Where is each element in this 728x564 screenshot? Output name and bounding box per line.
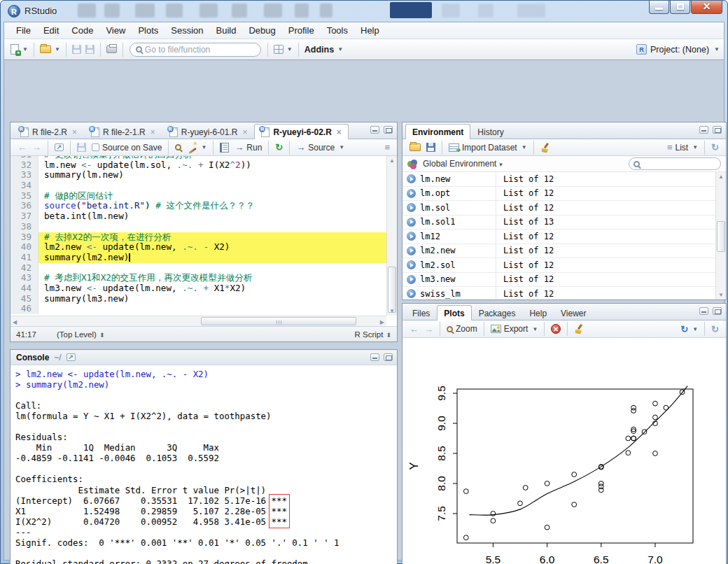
popout-editor-button[interactable]: ↗ [52,143,66,152]
export-plot-button[interactable]: Export▼ [488,323,541,334]
source-on-save-checkbox[interactable]: Source on Save [89,142,164,153]
code-line-44[interactable]: 44lm3.new <- update(lm.new, .~. + X1*X2) [10,283,386,294]
menu-item-view[interactable]: View [99,23,132,38]
menu-item-code[interactable]: Code [65,23,99,38]
menu-item-help[interactable]: Help [354,23,386,38]
environment-object-row[interactable]: lm2.newList of 12 [402,244,715,259]
remove-plot-button[interactable]: ✕ [548,323,564,334]
new-file-button[interactable]: +▼ [8,43,30,56]
close-tab-icon[interactable]: × [242,127,247,137]
console-scrollbar[interactable] [387,533,396,564]
menu-item-plots[interactable]: Plots [132,23,164,38]
environment-object-row[interactable]: lm.solList of 12 [402,201,715,216]
goto-file-input[interactable]: Go to file/function [130,43,261,57]
save-button[interactable] [70,43,83,55]
menu-item-tools[interactable]: Tools [321,23,354,38]
minimize-button[interactable] [649,1,669,14]
menu-item-edit[interactable]: Edit [37,23,65,38]
close-tab-icon[interactable]: × [337,127,342,137]
find-replace-button[interactable] [172,143,184,151]
load-workspace-button[interactable] [407,143,424,152]
environment-object-row[interactable]: lm.optList of 12 [402,187,715,202]
environment-object-row[interactable]: lm3.newList of 12 [402,273,715,288]
import-dataset-button[interactable]: Import Dataset▼ [446,142,530,153]
environment-object-row[interactable]: lm.newList of 12 [402,172,715,187]
tab-history[interactable]: History [470,124,510,139]
environment-object-row[interactable]: swiss_lmList of 12 [402,287,715,299]
expand-object-icon[interactable] [407,232,416,241]
maximize-button[interactable] [670,1,690,14]
code-line-36[interactable]: 36source("beta.int.R") # 这个文件是什么？？？ [10,201,386,211]
forward-button[interactable]: → [29,141,44,153]
minimize-pane-icon[interactable] [699,307,708,315]
close-tab-icon[interactable]: × [72,127,77,137]
minimize-pane-icon[interactable] [370,353,379,361]
environment-object-row[interactable]: lm2.solList of 12 [402,258,715,273]
menu-item-profile[interactable]: Profile [282,23,321,38]
clear-workspace-button[interactable] [538,142,553,153]
list-view-button[interactable]: ≡List▼ [664,141,701,153]
expand-object-icon[interactable] [407,189,416,198]
code-line-39[interactable]: 39# 去掉X2的一次项，在进行分析 [10,232,386,243]
refresh-environment-button[interactable]: ↻ [708,141,722,153]
editor-horizontal-scrollbar[interactable]: ◀ ▶ [10,316,386,326]
menu-item-session[interactable]: Session [164,23,209,38]
close-button[interactable]: ✕ [691,1,722,14]
document-outline-button[interactable]: ≡ [382,141,393,153]
tab-packages[interactable]: Packages [472,305,523,320]
code-line-40[interactable]: 40lm2.new <- update(lm.new, .~. - X2) [10,242,386,253]
menu-item-file[interactable]: File [10,23,37,38]
open-file-button[interactable]: ▼ [38,44,62,55]
file-type-indicator[interactable]: R Script⬍ [355,330,391,339]
editor-tab-r-file-2-1-r[interactable]: RR file-2-1.R× [84,124,162,139]
title-bar[interactable]: R RStudio ✕ [1,1,727,22]
popout-console-icon[interactable]: ↗ [66,353,76,361]
rerun-button[interactable]: ↻ [272,141,286,153]
expand-object-icon[interactable] [407,275,416,284]
scroll-up-icon[interactable]: ▲ [716,174,726,180]
scrollbar-thumb[interactable] [717,221,725,252]
scrollbar-thumb[interactable] [388,267,396,313]
next-plot-button[interactable]: → [421,323,436,335]
save-all-button[interactable] [83,43,97,55]
code-line-33[interactable]: 33summary(lm.new) [10,170,386,181]
environment-search-input[interactable] [629,157,721,170]
code-line-37[interactable]: 37beta.int(lm.new) [10,211,386,222]
refresh-plot-button[interactable]: ↻ [708,323,722,335]
project-menu-button[interactable]: R Project: (None)▼ [636,44,720,55]
minimize-pane-icon[interactable] [370,126,379,134]
tab-help[interactable]: Help [522,305,554,320]
code-line-46[interactable]: 46 [10,304,386,314]
close-tab-icon[interactable]: × [150,127,155,137]
maximize-pane-icon[interactable] [713,307,722,315]
expand-object-icon[interactable] [407,260,416,269]
expand-object-icon[interactable] [407,203,416,212]
scrollbar-thumb[interactable] [201,317,356,325]
tab-plots[interactable]: Plots [437,305,471,320]
console-output[interactable]: > lm2.new <- update(lm.new, .~. - X2)> s… [10,365,397,564]
code-line-34[interactable]: 34 [10,181,386,191]
code-line-45[interactable]: 45summary(lm3.new) [10,294,386,304]
maximize-pane-icon[interactable] [384,126,393,134]
publish-button[interactable]: ↻▼ [678,323,701,335]
editor-tab-r-file-2-r[interactable]: RR file-2.R× [13,124,84,139]
minimize-pane-icon[interactable] [699,126,708,134]
previous-plot-button[interactable]: ← [407,323,421,335]
menu-item-debug[interactable]: Debug [242,23,281,38]
scroll-right-icon[interactable]: ▶ [380,319,384,325]
editor-tab-r-yueyi-6-02-r[interactable]: RR-yueyi-6-02.R× [254,124,348,139]
scroll-down-icon[interactable]: ▼ [387,308,397,314]
tab-environment[interactable]: Environment [405,124,470,139]
environment-object-row[interactable]: lm.sol1List of 13 [402,216,715,230]
zoom-plot-button[interactable]: Zoom [444,323,480,334]
compile-report-button[interactable] [217,142,232,153]
scope-indicator[interactable]: (Top Level)⬍ [57,330,104,339]
print-button[interactable] [104,44,119,55]
addins-button[interactable]: Addins▼ [302,43,345,56]
code-line-43[interactable]: 43# 考虑到X1和X2的交互作用，再次更改模型并做分析 [10,273,386,283]
environment-object-row[interactable]: lm12List of 12 [402,230,715,244]
maximize-pane-icon[interactable] [713,126,722,134]
save-workspace-button[interactable] [424,142,438,153]
back-button[interactable]: ← [15,141,29,153]
checkbox-icon[interactable] [92,143,99,151]
